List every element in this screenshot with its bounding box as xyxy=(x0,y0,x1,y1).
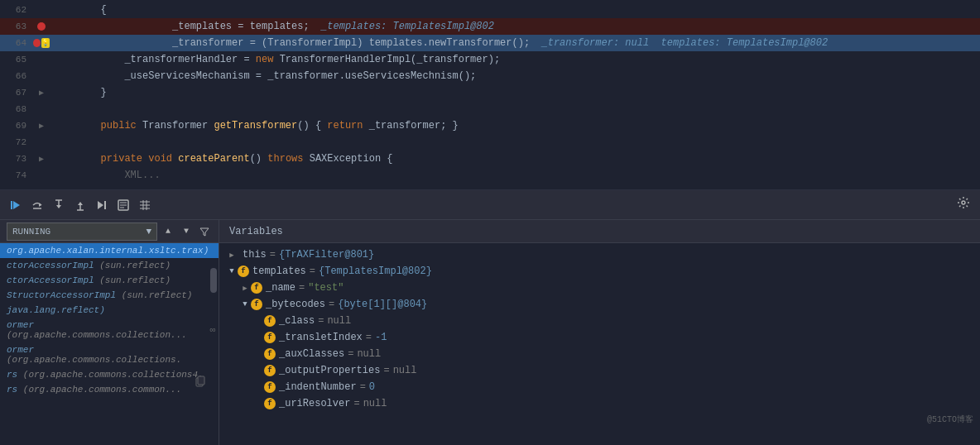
memory-button[interactable] xyxy=(136,196,154,214)
thread-panel: RUNNING ▼ ▲ ▼ org.apache.xalan.internal.… xyxy=(0,220,219,445)
var-name[interactable]: ▶ f _name = "test" xyxy=(219,280,980,296)
thread-header: RUNNING ▼ ▲ ▼ xyxy=(0,220,219,243)
code-line-73: 73 ▶ private void createParent() throws … xyxy=(0,151,980,167)
thread-dropdown[interactable]: RUNNING ▼ xyxy=(7,223,157,241)
bulb-icon[interactable]: 💡 xyxy=(41,38,50,48)
infinity-icon: ∞ xyxy=(209,325,215,335)
watermark: @51CTO博客 xyxy=(927,414,973,425)
thread-status: RUNNING xyxy=(12,227,50,237)
expand-arrow[interactable]: ▶ xyxy=(226,249,238,261)
field-badge: f xyxy=(251,282,262,294)
expand-arrow[interactable]: ▼ xyxy=(226,266,238,277)
svg-marker-10 xyxy=(98,201,103,209)
var-this[interactable]: ▶ this = {TrAXFilter@801} xyxy=(219,246,980,263)
field-badge: f xyxy=(264,315,276,327)
field-badge: f xyxy=(264,348,276,360)
bottom-panel: RUNNING ▼ ▲ ▼ org.apache.xalan.internal.… xyxy=(0,220,980,445)
code-line-68: 68 xyxy=(0,101,980,117)
settings-button[interactable] xyxy=(954,193,973,217)
variables-header: Variables xyxy=(219,220,980,243)
svg-marker-8 xyxy=(78,202,83,205)
svg-rect-23 xyxy=(198,376,204,385)
var-bytecodes[interactable]: ▼ f _bytecodes = {byte[1][]@804} xyxy=(219,296,980,313)
fold-icon[interactable]: ▶ xyxy=(39,154,44,164)
field-badge: f xyxy=(264,381,276,393)
var-transletindex[interactable]: ▶ f _transletIndex = -1 xyxy=(219,329,980,346)
code-line-74: 74 XML... xyxy=(0,167,980,184)
toolbar-left xyxy=(7,196,154,214)
step-over-button[interactable] xyxy=(28,196,46,214)
svg-marker-0 xyxy=(13,201,20,209)
thread-item[interactable]: ctorAccessorImpl (sun.reflect) xyxy=(0,258,219,273)
evaluate-button[interactable] xyxy=(114,196,132,214)
code-line-65: 65 _transformerHandler = new Transformer… xyxy=(0,51,980,68)
field-badge: f xyxy=(264,398,276,409)
resume-button[interactable] xyxy=(7,196,25,214)
var-auxclasses[interactable]: ▶ f _auxClasses = null xyxy=(219,346,980,362)
copy-button[interactable] xyxy=(195,376,205,390)
thread-item[interactable]: ctorAccessorImpl (sun.reflect) xyxy=(0,273,219,288)
code-line-64: 64 💡 _transformer = (TransformerImpl) te… xyxy=(0,35,980,51)
thread-item[interactable]: java.lang.reflect) xyxy=(0,303,219,318)
debug-toolbar xyxy=(0,190,980,220)
breakpoint-icon[interactable] xyxy=(37,22,46,31)
code-line-66: 66 _useServicesMechanism = _transformer.… xyxy=(0,68,980,84)
code-editor: 62 { 63 _templates = templates; _templat… xyxy=(0,0,980,190)
field-badge: f xyxy=(264,365,276,376)
dropdown-arrow: ▼ xyxy=(146,227,151,237)
field-badge: f xyxy=(264,332,276,343)
var-class[interactable]: ▶ f _class = null xyxy=(219,313,980,329)
field-badge: f xyxy=(238,266,249,277)
thread-item[interactable]: ormer (org.apache.commons.collections. xyxy=(0,342,219,367)
svg-rect-1 xyxy=(11,201,12,209)
code-line-69: 69 ▶ public Transformer getTransformer()… xyxy=(0,117,980,134)
fold-icon[interactable]: ▶ xyxy=(39,88,44,98)
thread-item[interactable]: StructorAccessorImpl (sun.reflect) xyxy=(0,288,219,303)
field-badge: f xyxy=(251,299,262,310)
scroll-indicator xyxy=(210,268,217,293)
expand-arrow[interactable]: ▼ xyxy=(239,299,251,310)
breakpoint-icon[interactable] xyxy=(33,39,41,47)
run-to-cursor-button[interactable] xyxy=(93,196,111,214)
thread-up-button[interactable]: ▲ xyxy=(161,224,175,239)
variables-panel: Variables ▶ this = {TrAXFilter@801} ▼ f … xyxy=(219,220,980,445)
thread-down-button[interactable]: ▼ xyxy=(179,224,194,239)
var-indentnumber[interactable]: ▶ f _indentNumber = 0 xyxy=(219,379,980,395)
thread-item[interactable]: rs (org.apache.commons.collections4. xyxy=(0,367,219,382)
svg-point-21 xyxy=(962,201,965,204)
variables-tree: ▶ this = {TrAXFilter@801} ▼ f templates … xyxy=(219,243,980,445)
fold-icon[interactable]: ▶ xyxy=(39,121,44,131)
thread-list: org.apache.xalan.internal.xsltc.trax) ct… xyxy=(0,243,219,445)
var-uriresolver[interactable]: ▶ f _uriResolver = null xyxy=(219,395,980,412)
thread-item[interactable]: ormer (org.apache.commons.collection... … xyxy=(0,318,219,342)
var-templates[interactable]: ▼ f templates = {TemplatesImpl@802} xyxy=(219,263,980,280)
step-out-button[interactable] xyxy=(71,196,89,214)
thread-item[interactable]: rs (org.apache.commons.common... xyxy=(0,382,219,397)
thread-item[interactable]: org.apache.xalan.internal.xsltc.trax) xyxy=(0,243,219,258)
step-into-button[interactable] xyxy=(50,196,68,214)
code-lines: 62 { 63 _templates = templates; _templat… xyxy=(0,0,980,184)
code-line-67: 67 ▶ } xyxy=(0,84,980,101)
thread-filter-button[interactable] xyxy=(197,224,212,239)
variables-title: Variables xyxy=(229,226,283,237)
expand-arrow[interactable]: ▶ xyxy=(239,282,251,294)
code-line-72: 72 xyxy=(0,134,980,151)
var-outputproperties[interactable]: ▶ f _outputProperties = null xyxy=(219,362,980,379)
svg-marker-5 xyxy=(56,205,61,208)
